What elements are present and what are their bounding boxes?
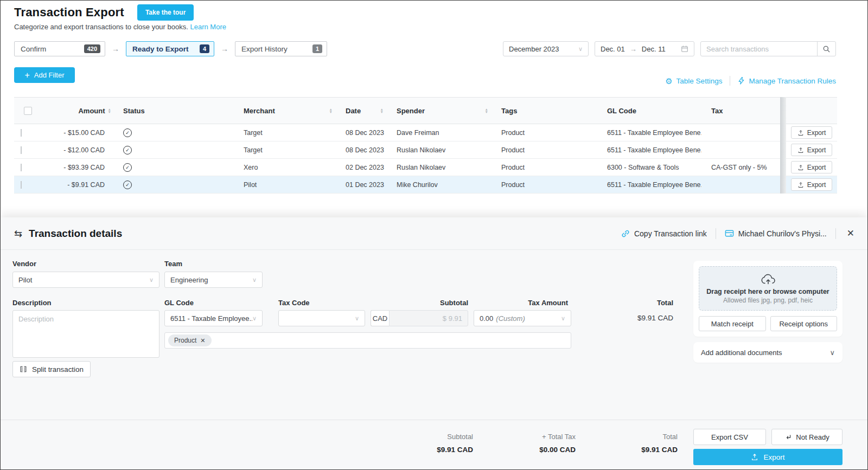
select-all-checkbox[interactable]	[24, 107, 32, 115]
step-confirm[interactable]: Confirm 420	[14, 41, 105, 56]
cell-date: 02 Dec 2023	[336, 164, 387, 171]
footer-total-label: Total	[641, 433, 678, 441]
table-row[interactable]: - $15.00 CAD ✓ Target 08 Dec 2023 Dave F…	[14, 124, 837, 141]
cell-date: 08 Dec 2023	[336, 129, 387, 137]
split-transaction-button[interactable]: Split transaction	[12, 361, 91, 377]
arrow-right-icon: →	[112, 44, 119, 53]
table-row[interactable]: - $12.00 CAD ✓ Target 08 Dec 2023 Ruslan…	[14, 141, 837, 159]
tax-amount-custom-note: (Custom)	[496, 314, 525, 323]
add-filter-label: Add Filter	[34, 71, 65, 79]
cell-date: 08 Dec 2023	[336, 146, 387, 154]
month-select[interactable]: December 2023 ∨	[503, 41, 589, 56]
manage-rules-link[interactable]: Manage Transaction Rules	[738, 77, 836, 85]
not-ready-button[interactable]: Not Ready	[771, 429, 843, 445]
filter-controls: December 2023 ∨ Dec. 01 → Dec. 11	[503, 41, 836, 56]
step-ready-to-export[interactable]: Ready to Export 4	[126, 41, 214, 56]
chevron-down-icon: ∨	[149, 276, 154, 284]
manage-rules-label: Manage Transaction Rules	[749, 77, 836, 85]
cell-date: 01 Dec 2023	[336, 181, 387, 189]
table-row-selected[interactable]: - $9.91 CAD ✓ Pilot 01 Dec 2023 Mike Chu…	[14, 176, 837, 194]
step-ready-label: Ready to Export	[132, 45, 189, 53]
step-confirm-count: 420	[84, 44, 100, 53]
transactions-table: Amount▲▼ Status Merchant▲▼ Date▲▼ Spende…	[14, 97, 837, 194]
row-checkbox[interactable]	[21, 129, 22, 137]
add-documents-toggle[interactable]: Add additional documents ∨	[693, 342, 843, 363]
upload-icon	[751, 453, 758, 461]
col-status: Status	[113, 107, 234, 115]
footer-total-value: $9.91 CAD	[641, 446, 678, 454]
learn-more-link[interactable]: Learn More	[190, 23, 226, 31]
chevron-down-icon: ∨	[829, 349, 835, 357]
swap-icon: ⇆	[14, 228, 22, 240]
arrow-right-icon: →	[221, 44, 228, 53]
footer-subtotal-label: Subtotal	[437, 433, 473, 441]
team-select[interactable]: Engineering ∨	[164, 272, 263, 288]
copy-transaction-link[interactable]: Copy Transaction link	[621, 229, 707, 238]
row-export-button[interactable]: Export	[791, 161, 832, 173]
subtotal-value: $ 9.91	[443, 314, 462, 323]
chevron-down-icon: ∨	[578, 46, 583, 53]
sort-icon[interactable]: ▲▼	[329, 108, 333, 113]
cell-gl-code: 6300 - Software & Tools	[597, 164, 701, 171]
row-export-button[interactable]: Export	[791, 126, 832, 139]
step-confirm-label: Confirm	[21, 45, 46, 53]
table-settings-link[interactable]: ⚙ Table Settings	[665, 77, 722, 85]
row-checkbox[interactable]	[21, 164, 22, 171]
tags-field[interactable]: Product ✕	[164, 332, 571, 349]
table-row[interactable]: - $93.39 CAD ✓ Xero 02 Dec 2023 Ruslan N…	[14, 159, 837, 176]
table-settings-label: Table Settings	[676, 77, 723, 85]
search-icon[interactable]	[817, 42, 835, 56]
col-spender: Spender	[397, 107, 425, 115]
card-name-label: Michael Churilov's Physi...	[738, 229, 827, 238]
step-export-history[interactable]: Export History 1	[235, 41, 327, 56]
row-checkbox[interactable]	[21, 181, 22, 189]
remove-tag-icon[interactable]: ✕	[200, 337, 205, 344]
cell-merchant: Xero	[234, 164, 336, 171]
details-title: Transaction details	[29, 228, 122, 240]
row-checkbox[interactable]	[21, 146, 22, 154]
sort-icon[interactable]: ▲▼	[380, 108, 384, 113]
total-value: $9.91 CAD	[597, 314, 673, 322]
cloud-upload-icon	[761, 273, 776, 285]
vendor-select[interactable]: Pilot ∨	[12, 272, 159, 288]
export-label: Export	[807, 129, 826, 137]
row-export-button[interactable]: Export	[791, 178, 832, 191]
dropzone-title: Drag receipt here or browse computer	[706, 288, 829, 295]
description-textarea[interactable]	[12, 310, 159, 358]
zap-icon	[738, 77, 745, 85]
take-tour-button[interactable]: Take the tour	[137, 4, 194, 21]
col-date: Date	[346, 107, 361, 115]
calendar-icon	[681, 45, 688, 53]
footer-total: Total $9.91 CAD	[641, 433, 678, 454]
card-selector[interactable]: Michael Churilov's Physi...	[725, 229, 827, 238]
status-check-icon: ✓	[123, 163, 132, 172]
receipt-options-button[interactable]: Receipt options	[770, 316, 838, 331]
receipt-card: Drag receipt here or browse computer All…	[693, 261, 843, 337]
sort-icon[interactable]: ▲▼	[485, 108, 488, 113]
cell-spender: Ruslan Nikolaev	[387, 164, 492, 171]
gear-icon: ⚙	[665, 77, 672, 85]
row-export-button[interactable]: Export	[791, 144, 832, 156]
status-check-icon: ✓	[123, 128, 132, 137]
col-merchant: Merchant	[244, 107, 275, 115]
gl-code-value: 6511 - Taxable Employee...	[170, 314, 252, 323]
export-button[interactable]: Export	[693, 449, 843, 465]
close-icon[interactable]: ✕	[845, 227, 857, 240]
gl-code-select[interactable]: 6511 - Taxable Employee... ∨	[164, 310, 263, 326]
add-filter-button[interactable]: + Add Filter	[14, 67, 75, 83]
transaction-export-page: Transaction Export Take the tour Categor…	[0, 0, 868, 470]
sort-icon[interactable]: ▲▼	[108, 108, 111, 113]
footer-subtotal-value: $9.91 CAD	[437, 446, 473, 454]
receipt-dropzone[interactable]: Drag receipt here or browse computer All…	[699, 266, 837, 311]
dropzone-subtitle: Allowed files jpg, png, pdf, heic	[723, 297, 813, 304]
subtotal-input[interactable]: $ 9.91	[389, 310, 468, 326]
date-range-picker[interactable]: Dec. 01 → Dec. 11	[595, 41, 694, 56]
cell-tags: Product	[492, 181, 597, 189]
table-scrollbar[interactable]	[780, 97, 786, 194]
tax-amount-select[interactable]: 0.00 (Custom) ∨	[474, 310, 571, 326]
search-input[interactable]	[701, 45, 817, 53]
table-header: Amount▲▼ Status Merchant▲▼ Date▲▼ Spende…	[14, 97, 837, 124]
match-receipt-button[interactable]: Match receipt	[699, 316, 766, 331]
export-csv-button[interactable]: Export CSV	[693, 429, 766, 445]
tax-code-select[interactable]: ∨	[278, 310, 365, 326]
